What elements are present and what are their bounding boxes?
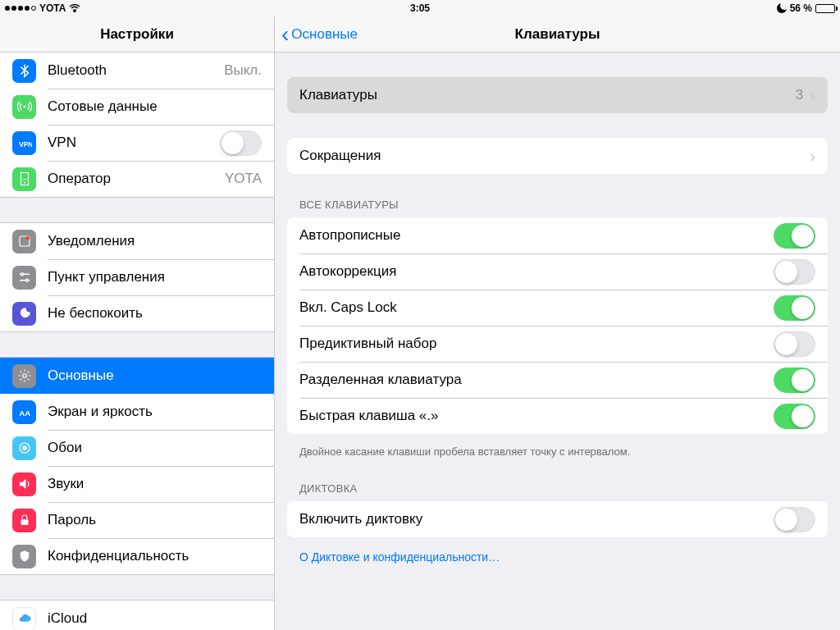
bluetooth-icon	[12, 59, 36, 83]
period-toggle[interactable]	[774, 404, 815, 429]
sidebar-item-label: Уведомления	[48, 233, 262, 249]
status-bar: YOTA 3:05 56 %	[0, 0, 840, 16]
sidebar-title: Настройки	[0, 16, 274, 52]
keyboards-label: Клавиатуры	[299, 87, 796, 103]
capslock-toggle[interactable]	[774, 295, 815, 321]
autocap-row[interactable]: Автопрописные	[287, 217, 828, 253]
split-label: Разделенная клавиатура	[299, 372, 774, 388]
svg-text:AA: AA	[19, 409, 30, 418]
vpn-icon: VPN	[12, 131, 36, 155]
chevron-right-icon: ›	[810, 86, 815, 105]
autocap-toggle[interactable]	[774, 223, 815, 249]
sidebar: Настройки BluetoothВыкл.Сотовые данныеVP…	[0, 16, 275, 630]
sidebar-item-notifications[interactable]: Уведомления	[0, 223, 274, 259]
svg-point-7	[22, 374, 26, 378]
sidebar-item-label: Звуки	[48, 476, 262, 492]
dnd-moon-icon	[777, 3, 787, 13]
carrier-icon	[12, 167, 36, 191]
passcode-icon	[12, 509, 36, 532]
sidebar-item-bluetooth[interactable]: BluetoothВыкл.	[0, 52, 274, 89]
svg-rect-11	[21, 519, 28, 525]
back-label: Основные	[291, 26, 358, 43]
sidebar-item-label: Сотовые данные	[48, 98, 262, 115]
period-label: Быстрая клавиша «.»	[299, 408, 774, 424]
battery-icon	[815, 4, 835, 13]
clock: 3:05	[410, 2, 430, 14]
sidebar-item-icloud[interactable]: iCloud	[0, 600, 274, 630]
shortcuts-row[interactable]: Сокращения ›	[287, 138, 828, 174]
content-pane: ‹ Основные Клавиатуры Клавиатуры 3 › Сок…	[275, 16, 840, 630]
sidebar-item-general[interactable]: Основные	[0, 358, 274, 394]
autocorr-toggle[interactable]	[774, 259, 815, 285]
sidebar-item-dnd[interactable]: Не беспокоить	[0, 295, 274, 331]
sidebar-item-passcode[interactable]: Пароль	[0, 502, 274, 538]
sidebar-item-display[interactable]: AAЭкран и яркость	[0, 394, 274, 430]
svg-point-0	[23, 106, 25, 108]
sidebar-item-label: iCloud	[48, 610, 262, 627]
keyboards-count: 3	[796, 87, 803, 103]
enable-dictation-toggle[interactable]	[774, 507, 815, 532]
back-button[interactable]: ‹ Основные	[275, 23, 358, 46]
sidebar-item-value: Выкл.	[224, 62, 262, 79]
svg-point-6	[25, 279, 28, 281]
split-toggle[interactable]	[774, 368, 815, 393]
sidebar-item-label: Экран и яркость	[48, 404, 262, 420]
sidebar-item-label: Оператор	[48, 171, 225, 187]
display-icon: AA	[12, 400, 36, 424]
predict-row[interactable]: Предиктивный набор	[287, 326, 828, 362]
all-keyboards-header: ВСЕ КЛАВИАТУРЫ	[287, 199, 828, 217]
sidebar-item-label: Пароль	[48, 512, 262, 528]
sidebar-item-controlcenter[interactable]: Пункт управления	[0, 259, 274, 295]
svg-point-10	[22, 446, 26, 450]
battery-percent: 56 %	[790, 2, 812, 14]
signal-dots-icon	[5, 6, 36, 11]
controlcenter-icon	[12, 266, 36, 290]
wallpaper-icon	[12, 436, 36, 460]
sidebar-item-label: Конфиденциальность	[48, 548, 262, 564]
predict-label: Предиктивный набор	[299, 336, 774, 352]
chevron-right-icon: ›	[810, 147, 815, 166]
vpn-toggle[interactable]	[220, 130, 262, 156]
sidebar-item-label: Обои	[48, 440, 262, 456]
carrier-name: YOTA	[39, 2, 66, 14]
sounds-icon	[12, 472, 36, 496]
chevron-left-icon: ‹	[281, 23, 289, 46]
sidebar-item-cellular[interactable]: Сотовые данные	[0, 89, 274, 125]
sidebar-item-label: Bluetooth	[48, 62, 224, 79]
capslock-label: Вкл. Caps Lock	[299, 299, 774, 316]
all-keyboards-footer: Двойное касание клавиши пробела вставляе…	[287, 439, 828, 458]
wifi-icon	[69, 4, 80, 12]
sidebar-item-label: VPN	[48, 135, 220, 151]
sidebar-item-sounds[interactable]: Звуки	[0, 466, 274, 502]
notifications-icon	[12, 230, 36, 253]
sidebar-item-value: YOTA	[225, 171, 262, 187]
capslock-row[interactable]: Вкл. Caps Lock	[287, 290, 828, 326]
sidebar-item-vpn[interactable]: VPNVPN	[0, 125, 274, 161]
svg-point-2	[23, 181, 25, 183]
cellular-icon	[12, 95, 36, 119]
sidebar-item-label: Не беспокоить	[48, 305, 262, 322]
shortcuts-label: Сокращения	[299, 148, 810, 164]
dictation-header: ДИКТОВКА	[287, 482, 828, 501]
dictation-privacy-link[interactable]: О Диктовке и конфиденциальности…	[287, 542, 828, 572]
page-title: Клавиатуры	[515, 26, 600, 43]
predict-toggle[interactable]	[774, 331, 815, 357]
split-row[interactable]: Разделенная клавиатура	[287, 362, 828, 398]
autocorr-row[interactable]: Автокоррекция	[287, 253, 828, 290]
autocorr-label: Автокоррекция	[299, 263, 774, 280]
content-header: ‹ Основные Клавиатуры	[275, 16, 840, 52]
sidebar-item-wallpaper[interactable]: Обои	[0, 430, 274, 466]
sidebar-item-label: Основные	[48, 368, 262, 384]
autocap-label: Автопрописные	[299, 227, 774, 244]
dnd-icon	[12, 302, 36, 326]
sidebar-item-carrier[interactable]: ОператорYOTA	[0, 161, 274, 197]
sidebar-item-privacy[interactable]: Конфиденциальность	[0, 538, 274, 574]
svg-point-4	[25, 236, 30, 240]
keyboards-row[interactable]: Клавиатуры 3 ›	[287, 77, 828, 113]
period-row[interactable]: Быстрая клавиша «.»	[287, 398, 828, 434]
sidebar-item-label: Пункт управления	[48, 269, 262, 285]
privacy-icon	[12, 545, 36, 568]
svg-point-5	[21, 273, 23, 276]
enable-dictation-row[interactable]: Включить диктовку	[287, 501, 828, 537]
icloud-icon	[12, 607, 36, 631]
